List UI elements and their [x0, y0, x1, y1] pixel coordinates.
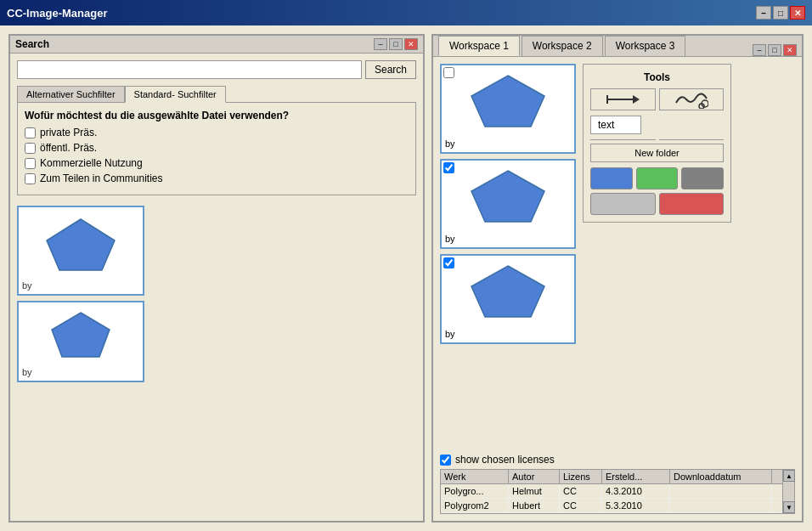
result-item-1[interactable]: by	[17, 301, 144, 382]
ws-image-2-check[interactable]	[443, 257, 454, 268]
workspace-minimize[interactable]: –	[753, 44, 766, 56]
col-werk: Werk	[441, 470, 509, 483]
text-tool-btn[interactable]: text	[590, 116, 641, 134]
result-label-0: by	[22, 280, 32, 291]
workspace-close[interactable]: ✕	[783, 44, 797, 56]
filter-tabs: Alternativer Suchfilter Standard- Suchfi…	[17, 86, 416, 103]
table-row-1[interactable]: Polygrom2 Hubert CC 5.3.2010	[441, 499, 782, 513]
workspace-body: by by	[433, 57, 802, 454]
workspace-maximize[interactable]: □	[768, 44, 781, 56]
row1-download	[670, 499, 772, 512]
licenses-table-wrapper: Werk Autor Lizens Ersteld... Downloaddat…	[440, 469, 795, 514]
tab-standard-suchfilter[interactable]: Standard- Suchfilter	[125, 86, 226, 103]
ws-image-1-check[interactable]	[443, 162, 454, 173]
tab-alternativer-suchfilter[interactable]: Alternativer Suchfilter	[17, 86, 125, 103]
title-bar: CC-Image-Manager – □ ✕	[0, 0, 812, 25]
table-scrollbar: ▲ ▼	[782, 470, 794, 513]
row0-lizens: CC	[560, 484, 602, 498]
color-lightgray[interactable]	[590, 193, 656, 215]
search-panel-minimize[interactable]: –	[374, 38, 387, 50]
tools-panel: Tools	[583, 64, 731, 223]
wave-tool-btn[interactable]	[659, 88, 725, 110]
row0-download	[670, 484, 772, 498]
color-red[interactable]	[659, 193, 725, 215]
new-folder-btn[interactable]: New folder	[590, 144, 724, 162]
checkbox-teilen-input[interactable]	[25, 173, 36, 184]
ws-image-1-label: by	[445, 234, 455, 244]
ws-image-0-label: by	[445, 138, 455, 149]
color-darkgray[interactable]	[681, 167, 724, 189]
checkbox-kommerziell: Kommerzielle Nutzung	[25, 157, 409, 169]
checkbox-teilen: Zum Teilen in Communities	[25, 172, 409, 184]
show-licenses-label: show chosen licenses	[455, 454, 555, 466]
svg-marker-0	[47, 219, 115, 270]
row0-werk: Polygro...	[441, 484, 509, 498]
search-bar: Search	[17, 60, 416, 79]
search-results: by by	[17, 206, 416, 382]
row1-lizens: CC	[560, 499, 602, 512]
row1-ersteld: 5.3.2010	[602, 499, 670, 512]
workspace-tab-2[interactable]: Workspace 2	[522, 36, 603, 56]
checkbox-oeffentl-input[interactable]	[25, 143, 36, 154]
workspace-images: by by	[440, 64, 576, 447]
tools-area: Tools	[583, 64, 795, 447]
checkbox-oeffentl-label: öffentl. Präs.	[40, 142, 97, 154]
workspace-tab-3[interactable]: Workspace 3	[605, 36, 686, 56]
row1-werk: Polygrom2	[441, 499, 509, 512]
svg-marker-6	[633, 95, 640, 104]
table-row-0[interactable]: Polygro... Helmut CC 4.3.2010	[441, 484, 782, 499]
ws-image-2[interactable]: by	[440, 254, 576, 344]
search-panel-close[interactable]: ✕	[404, 38, 418, 50]
search-panel-titlebar: Search – □ ✕	[10, 36, 423, 54]
color-green[interactable]	[636, 167, 679, 189]
color-grid-bottom	[590, 193, 724, 215]
col-download: Downloaddatum	[670, 470, 772, 483]
svg-marker-3	[471, 171, 544, 222]
search-input[interactable]	[17, 60, 362, 79]
search-panel: Search – □ ✕ Search Alternativer Suchfil…	[8, 34, 425, 523]
svg-marker-4	[471, 266, 544, 317]
search-panel-title: Search	[15, 38, 49, 50]
col-ersteld: Ersteld...	[602, 470, 670, 483]
col-autor: Autor	[509, 470, 560, 483]
result-item-0[interactable]: by	[17, 206, 144, 296]
titlebar-minimize[interactable]: –	[756, 6, 771, 20]
result-label-1: by	[22, 367, 32, 377]
tools-title: Tools	[590, 71, 724, 83]
checkbox-kommerziell-input[interactable]	[25, 158, 36, 169]
row0-ersteld: 4.3.2010	[602, 484, 670, 498]
scrollbar-track	[783, 482, 794, 501]
ws-image-0[interactable]: by	[440, 64, 576, 154]
show-licenses-row: show chosen licenses	[433, 454, 802, 466]
color-blue[interactable]	[590, 167, 633, 189]
workspace-panel: Workspace 1 Workspace 2 Workspace 3 – □ …	[431, 34, 804, 523]
color-grid-top	[590, 167, 724, 189]
tools-text-row: text	[590, 116, 724, 134]
panels-container: Search – □ ✕ Search Alternativer Suchfil…	[8, 34, 804, 523]
svg-marker-1	[52, 313, 110, 357]
titlebar-close[interactable]: ✕	[790, 6, 805, 20]
filter-box-title: Wofür möchtest du die ausgewählte Datei …	[25, 110, 409, 121]
table-header: Werk Autor Lizens Ersteld... Downloaddat…	[441, 470, 782, 484]
search-panel-maximize[interactable]: □	[389, 38, 403, 50]
workspace-panel-buttons: – □ ✕	[753, 44, 797, 56]
tools-arrow-row	[590, 88, 724, 110]
search-content: Search Alternativer Suchfilter Standard-…	[10, 54, 423, 389]
workspace-tabs: Workspace 1 Workspace 2 Workspace 3 – □ …	[433, 36, 802, 57]
filter-tabs-container: Alternativer Suchfilter Standard- Suchfi…	[17, 86, 416, 195]
ws-image-0-check[interactable]	[443, 67, 454, 78]
ws-image-1[interactable]: by	[440, 159, 576, 249]
checkbox-private-input[interactable]	[25, 127, 36, 138]
checkbox-teilen-label: Zum Teilen in Communities	[40, 172, 163, 184]
titlebar-buttons: – □ ✕	[756, 6, 805, 20]
main-area: Search – □ ✕ Search Alternativer Suchfil…	[0, 25, 812, 531]
workspace-tab-1[interactable]: Workspace 1	[438, 36, 520, 56]
tools-separator	[590, 139, 724, 140]
titlebar-maximize[interactable]: □	[773, 6, 788, 20]
checkbox-private: private Präs.	[25, 127, 409, 138]
show-licenses-checkbox[interactable]	[440, 455, 451, 466]
scrollbar-down[interactable]: ▼	[783, 501, 795, 513]
arrow-tool-btn[interactable]	[590, 88, 656, 110]
scrollbar-up[interactable]: ▲	[783, 470, 795, 482]
search-button[interactable]: Search	[365, 60, 416, 79]
